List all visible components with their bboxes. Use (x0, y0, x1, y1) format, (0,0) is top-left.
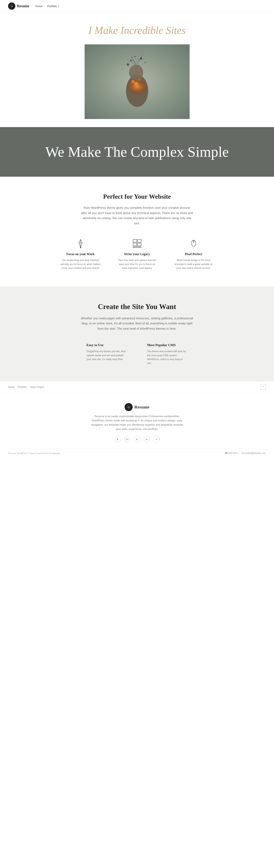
grid-layout-icon (132, 238, 143, 249)
gray-section-title: Create the Site You Want (20, 302, 254, 311)
footer-logo: ☺ Resume (125, 403, 149, 411)
breadcrumb-sep-2: › (28, 386, 29, 389)
footer-social: f G+ in in ✓ (114, 436, 160, 442)
svg-point-4 (130, 60, 132, 61)
svg-point-14 (134, 82, 138, 86)
svg-point-7 (144, 62, 146, 63)
breadcrumb: Home › Portfolio › Silver Project (8, 386, 44, 389)
gray-section-desc: Whether you need pages with advanced res… (81, 316, 194, 331)
svg-point-19 (80, 247, 81, 248)
footer-copyright: Resume WordPress Theme Powered by Visual… (8, 452, 60, 455)
gray-section: Create the Site You Want Whether you nee… (0, 286, 274, 381)
gray-feature-easy-desc: Drag&Drop any blocks you like, then uplo… (87, 349, 127, 361)
feature-legacy: Write your Legacy Rare has tools and opt… (117, 238, 157, 270)
features-description: Rare WordPress theme gives you complete … (81, 205, 194, 226)
banner-title: We Make The Complex Simple (45, 143, 229, 161)
feature-pixel-title: Pixel Perfect (173, 252, 214, 256)
social-linkedin[interactable]: in (134, 436, 140, 442)
nav-home[interactable]: Home (35, 5, 43, 8)
features-title: Perfect for Your Website (20, 193, 254, 200)
features-section: Perfect for Your Website Rare WordPress … (0, 177, 274, 286)
feature-focus-title: Focus on your Work (60, 252, 101, 256)
pen-nib-icon (75, 238, 86, 249)
footer-description: Resume is an easily customizable respons… (89, 414, 186, 431)
footer-email[interactable]: ✉ contact@resume.com (242, 452, 266, 455)
footer: ☺ Resume Resume is an easily customizabl… (0, 393, 274, 459)
svg-rect-20 (133, 240, 137, 242)
feature-legacy-title: Write your Legacy (117, 252, 157, 256)
footer-contact: ☎ 555-2671 ✉ contact@resume.com (225, 452, 266, 455)
footer-logo-icon: ☺ (125, 403, 133, 411)
dark-banner: We Make The Complex Simple (0, 127, 274, 177)
svg-point-12 (132, 80, 135, 83)
feature-focus-desc: The simple drag and drop interface will … (60, 258, 101, 270)
hero-image-bg (85, 44, 190, 119)
gray-feature-easy: Easy to Use Drag&Drop any blocks you lik… (87, 343, 127, 365)
phone-icon: ☎ (225, 452, 228, 454)
feature-pixel: Pixel Perfect Block-based design is the … (173, 238, 214, 270)
mouse-icon (188, 238, 199, 249)
hero-title: I Make Incredible Sites (88, 24, 186, 36)
gray-features-grid: Easy to Use Drag&Drop any blocks you lik… (20, 343, 254, 365)
nav-portfolio-link[interactable]: Portfolio (47, 5, 57, 8)
breadcrumb-home[interactable]: Home (8, 386, 15, 389)
svg-point-5 (135, 56, 136, 57)
feature-legacy-desc: Rare has tools and options that will sav… (117, 258, 157, 270)
svg-rect-24 (133, 247, 141, 248)
social-pinterest[interactable]: in (143, 436, 150, 442)
feature-pixel-desc: Block-based design is the most accurate … (173, 258, 214, 270)
breadcrumb-sep-1: › (16, 386, 17, 389)
svg-rect-21 (137, 240, 141, 242)
hero-artwork (85, 44, 190, 119)
hero-section: I Make Incredible Sites (0, 12, 274, 127)
gray-feature-cms-title: Most Popular CMS (147, 343, 188, 347)
social-facebook[interactable]: f (114, 436, 121, 442)
social-google-plus[interactable]: G+ (124, 436, 131, 442)
feature-focus: Focus on your Work The simple drag and d… (60, 238, 101, 270)
breadcrumb-bar: Home › Portfolio › Silver Project ⌃ (0, 381, 274, 393)
gray-feature-cms: Most Popular CMS The theme was created w… (147, 343, 188, 365)
logo-icon: ☺ (8, 2, 15, 10)
logo-text: Resume (17, 4, 29, 8)
back-to-top-button[interactable]: ⌃ (260, 384, 266, 390)
gray-feature-cms-desc: The theme was created with love for the … (147, 349, 188, 365)
svg-rect-22 (133, 243, 137, 246)
breadcrumb-portfolio[interactable]: Portfolio (18, 386, 27, 389)
svg-point-8 (127, 63, 129, 66)
nav-links: Home Portfolio ▼ (35, 5, 59, 8)
chevron-down-icon: ▼ (57, 5, 59, 7)
footer-bottom: Resume WordPress Theme Powered by Visual… (8, 448, 266, 455)
navbar: ☺ Resume Home Portfolio ▼ (0, 0, 274, 12)
footer-logo-text: Resume (134, 404, 149, 410)
social-twitter[interactable]: ✓ (153, 436, 160, 442)
nav-portfolio[interactable]: Portfolio ▼ (47, 5, 60, 8)
email-icon: ✉ (242, 452, 244, 454)
gray-feature-easy-title: Easy to Use (87, 343, 127, 347)
svg-point-13 (138, 79, 140, 81)
breadcrumb-current: Silver Project (30, 386, 44, 389)
features-grid: Focus on your Work The simple drag and d… (20, 238, 254, 270)
svg-rect-23 (137, 243, 141, 246)
hero-image (85, 44, 190, 119)
nav-logo[interactable]: ☺ Resume (8, 2, 29, 10)
svg-point-15 (130, 83, 132, 85)
footer-phone[interactable]: ☎ 555-2671 (225, 452, 238, 455)
